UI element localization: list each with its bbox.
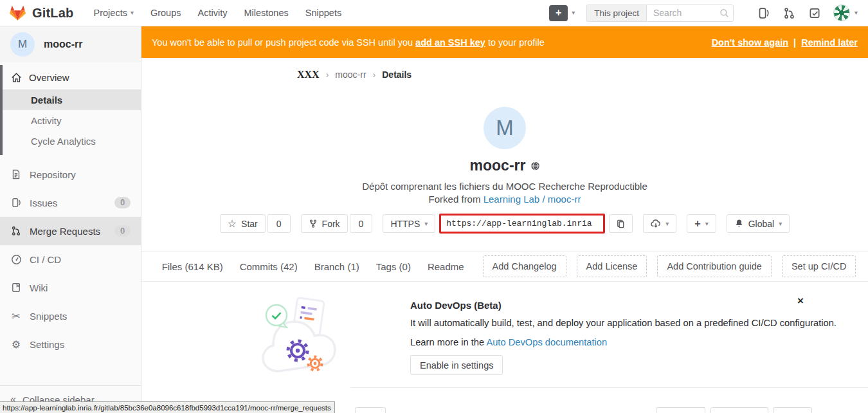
search-scope-label: This project xyxy=(586,5,646,22)
add-changelog-button[interactable]: Add Changelog xyxy=(483,255,566,277)
breadcrumb-group[interactable]: XXX xyxy=(297,69,320,80)
add-license-button[interactable]: Add License xyxy=(577,255,647,277)
nav-activity[interactable]: Activity xyxy=(190,8,236,18)
sidebar-item-details[interactable]: Details xyxy=(3,89,141,110)
user-avatar[interactable] xyxy=(833,5,850,21)
cloud-download-icon xyxy=(651,219,661,229)
protocol-dropdown[interactable]: HTTPS ▾ xyxy=(383,214,435,233)
document-icon xyxy=(10,169,22,179)
notification-dropdown[interactable]: Global ▾ xyxy=(727,214,790,233)
devops-learn-line: Learn more in the Auto DevOps documentat… xyxy=(410,337,607,347)
add-contribution-guide-button[interactable]: Add Contribution guide xyxy=(657,255,772,277)
plus-icon: + xyxy=(556,7,561,19)
fork-button[interactable]: Fork xyxy=(301,214,348,233)
forked-from-line: Forked from Learning Lab / mooc-rr xyxy=(141,194,868,205)
sidebar-item-activity[interactable]: Activity xyxy=(3,110,141,131)
sidebar-overview-group: Overview Details Activity Cycle Analytic… xyxy=(0,65,141,155)
header-search: This project xyxy=(586,5,734,22)
commits-link[interactable]: Commits (42) xyxy=(240,261,298,272)
branch-link[interactable]: Branch (1) xyxy=(314,261,359,272)
gitlab-project-page: GitLab Projects ▾ Groups Activity Milest… xyxy=(0,0,868,413)
user-menu-caret-icon[interactable]: ▾ xyxy=(854,10,858,16)
issues-icon xyxy=(10,197,22,208)
sidebar-item-snippets[interactable]: ✂ Snippets xyxy=(0,302,141,330)
sidebar-item-settings[interactable]: ⚙ Settings xyxy=(0,330,141,358)
new-menu-button[interactable]: + xyxy=(549,5,568,21)
sidebar-project-name: mooc-rr xyxy=(44,39,82,50)
gear-icon: ⚙ xyxy=(10,338,22,351)
scissors-icon: ✂ xyxy=(10,310,22,322)
breadcrumb-project[interactable]: mooc-rr xyxy=(335,69,366,80)
close-icon[interactable]: × xyxy=(797,295,804,306)
partial-button[interactable] xyxy=(355,407,386,413)
devops-doc-link[interactable]: Auto DevOps documentation xyxy=(486,337,607,347)
todos-header-icon[interactable] xyxy=(809,7,821,19)
clipboard-icon xyxy=(616,219,626,229)
breadcrumb-current: Details xyxy=(382,69,411,80)
copy-url-button[interactable] xyxy=(609,214,633,233)
star-count-button[interactable]: 0 xyxy=(267,214,291,233)
banner-text: You won't be able to pull or push projec… xyxy=(152,37,545,48)
merge-requests-count-badge: 0 xyxy=(114,225,131,237)
project-title: mooc-rr xyxy=(470,157,540,174)
new-menu-caret-icon[interactable]: ▾ xyxy=(572,10,575,16)
forked-from-link[interactable]: Learning Lab / mooc-rr xyxy=(484,194,581,205)
sidebar-item-repository[interactable]: Repository xyxy=(0,160,141,188)
tags-link[interactable]: Tags (0) xyxy=(376,261,411,272)
chevron-down-icon: ▾ xyxy=(705,221,709,227)
new-item-dropdown[interactable]: + ▾ xyxy=(687,214,716,233)
readme-link[interactable]: Readme xyxy=(428,261,464,272)
bell-icon xyxy=(734,219,744,228)
sidebar-item-overview[interactable]: Overview xyxy=(3,65,141,89)
issues-header-icon[interactable] xyxy=(757,7,770,19)
clone-url-input[interactable] xyxy=(439,214,605,234)
project-actions-row: ☆ Star 0 Fork 0 HTTPS ▾ xyxy=(141,214,868,234)
book-icon xyxy=(10,282,22,293)
nav-snippets[interactable]: Snippets xyxy=(297,8,350,18)
partial-button[interactable] xyxy=(710,407,768,413)
partial-button[interactable] xyxy=(773,407,812,413)
section-divider xyxy=(350,387,868,388)
home-icon xyxy=(10,72,22,83)
search-icon xyxy=(719,8,729,18)
chevron-right-icon: › xyxy=(326,69,329,80)
gitlab-tanuki-icon xyxy=(9,5,26,21)
download-dropdown[interactable]: ▾ xyxy=(643,214,676,233)
add-ssh-key-link[interactable]: add an SSH key xyxy=(415,37,485,48)
project-stats-row: Files (614 KB) Commits (42) Branch (1) T… xyxy=(141,251,868,282)
fork-count-button[interactable]: 0 xyxy=(350,214,373,233)
nav-projects[interactable]: Projects ▾ xyxy=(86,8,142,18)
top-navbar: GitLab Projects ▾ Groups Activity Milest… xyxy=(0,0,868,26)
files-link[interactable]: Files (614 KB) xyxy=(162,261,223,272)
star-icon: ☆ xyxy=(228,219,237,229)
nav-groups[interactable]: Groups xyxy=(142,8,190,18)
nav-milestones[interactable]: Milestones xyxy=(235,8,296,18)
sidebar-item-wiki[interactable]: Wiki xyxy=(0,273,141,302)
chevron-down-icon: ▾ xyxy=(779,221,782,227)
chevron-down-icon: ▾ xyxy=(665,221,669,227)
browser-status-bar: https://app-learninglab.inria.fr/gitlab/… xyxy=(0,401,335,413)
chevron-down-icon: ▾ xyxy=(424,221,428,227)
project-avatar: M xyxy=(484,107,526,149)
brand-name: GitLab xyxy=(32,6,74,21)
project-avatar-small: M xyxy=(10,32,35,57)
project-description: Dépôt comprenant les fichiers du MOOC Re… xyxy=(141,181,868,192)
main-nav: Projects ▾ Groups Activity Milestones Sn… xyxy=(86,8,350,18)
setup-cicd-button[interactable]: Set up CI/CD xyxy=(782,255,856,277)
gitlab-logo[interactable]: GitLab xyxy=(9,5,74,21)
star-button[interactable]: ☆ Star xyxy=(220,214,266,233)
devops-illustration xyxy=(259,291,338,376)
partial-button[interactable] xyxy=(656,407,705,413)
fork-icon xyxy=(309,219,318,228)
sidebar-item-issues[interactable]: Issues 0 xyxy=(0,188,141,217)
sidebar-item-merge-requests[interactable]: Merge Requests 0 xyxy=(0,217,141,245)
sidebar-item-cycle-analytics[interactable]: Cycle Analytics xyxy=(3,131,141,151)
chevron-right-icon: › xyxy=(373,69,376,80)
remind-later-link[interactable]: Remind later xyxy=(801,37,858,48)
sidebar-item-ci-cd[interactable]: CI / CD xyxy=(0,245,141,273)
enable-in-settings-button[interactable]: Enable in settings xyxy=(410,355,503,375)
sidebar-project-header[interactable]: M mooc-rr xyxy=(0,26,141,62)
merge-requests-header-icon[interactable] xyxy=(783,7,795,19)
dont-show-again-link[interactable]: Don't show again xyxy=(712,37,788,48)
plus-icon: + xyxy=(694,218,700,230)
